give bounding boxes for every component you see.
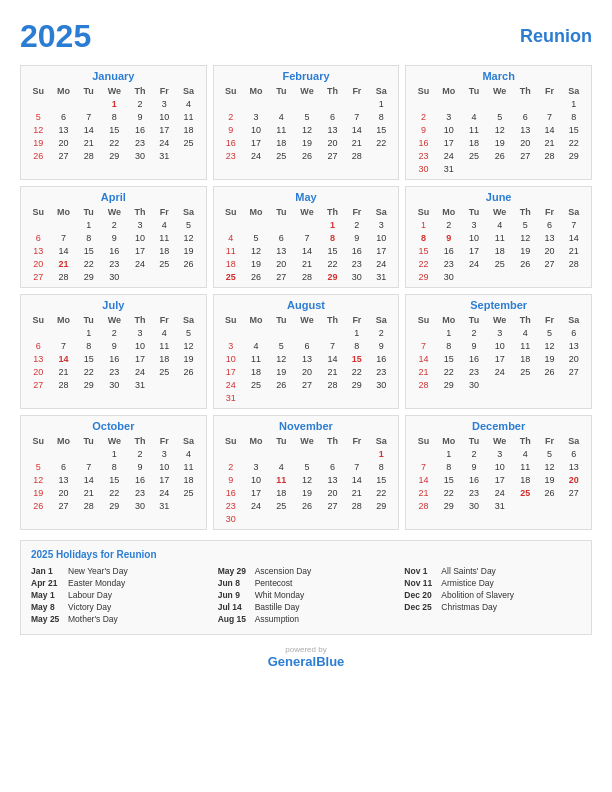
day-header: Su (411, 85, 435, 97)
cal-day: 11 (513, 339, 537, 352)
cal-day: 13 (513, 123, 537, 136)
holiday-date: Nov 1 (404, 566, 436, 576)
cal-day (462, 162, 486, 175)
cal-day: 7 (562, 218, 586, 231)
holiday-item: Apr 21Easter Monday (31, 578, 208, 588)
holiday-item: Aug 15Assumption (218, 614, 395, 624)
cal-day: 26 (513, 257, 537, 270)
cal-day: 18 (462, 136, 486, 149)
cal-day: 13 (562, 460, 586, 473)
month-block: MarchSuMoTuWeThFrSa123456789101112131415… (405, 65, 592, 180)
day-header: Th (513, 206, 537, 218)
cal-day: 9 (369, 339, 393, 352)
cal-day: 12 (486, 123, 513, 136)
cal-day: 5 (293, 110, 320, 123)
cal-day: 23 (436, 257, 462, 270)
cal-day: 13 (293, 352, 320, 365)
cal-day (152, 378, 176, 391)
cal-day: 7 (293, 231, 320, 244)
cal-day: 12 (293, 473, 320, 486)
cal-day: 18 (176, 473, 200, 486)
holiday-name: Armistice Day (441, 578, 493, 588)
cal-day: 31 (436, 162, 462, 175)
cal-day: 17 (152, 123, 176, 136)
cal-day: 4 (462, 110, 486, 123)
day-header: Mo (436, 85, 462, 97)
day-header: Tu (462, 314, 486, 326)
holiday-item: May 1Labour Day (31, 590, 208, 600)
day-header: Tu (269, 206, 293, 218)
cal-day: 4 (269, 110, 293, 123)
day-header: Tu (269, 314, 293, 326)
cal-day: 15 (345, 352, 369, 365)
holiday-name: Ascension Day (255, 566, 312, 576)
cal-day (462, 270, 486, 283)
cal-day: 14 (411, 473, 435, 486)
cal-day (176, 270, 200, 283)
cal-table: SuMoTuWeThFrSa12345678910111213141516171… (26, 435, 201, 512)
cal-day: 10 (219, 352, 243, 365)
day-header: Su (26, 206, 50, 218)
cal-day: 13 (269, 244, 293, 257)
cal-day: 30 (101, 378, 128, 391)
cal-day: 7 (77, 110, 101, 123)
cal-day: 31 (128, 378, 152, 391)
cal-day: 23 (219, 499, 243, 512)
cal-day: 15 (101, 123, 128, 136)
cal-day: 10 (462, 231, 486, 244)
cal-day: 26 (537, 486, 561, 499)
cal-day: 28 (77, 499, 101, 512)
cal-day (320, 447, 344, 460)
cal-day (293, 97, 320, 110)
day-header: We (293, 314, 320, 326)
brand-blue: Blue (316, 654, 344, 669)
cal-day (345, 447, 369, 460)
day-header: Mo (50, 206, 76, 218)
cal-day: 6 (293, 339, 320, 352)
cal-day: 8 (101, 460, 128, 473)
cal-day: 26 (293, 499, 320, 512)
cal-day: 24 (128, 365, 152, 378)
month-name: March (411, 70, 586, 82)
cal-day: 25 (176, 136, 200, 149)
year-title: 2025 (20, 18, 91, 55)
cal-day: 9 (219, 123, 243, 136)
cal-day: 4 (513, 326, 537, 339)
cal-day: 23 (128, 486, 152, 499)
cal-day: 20 (562, 473, 586, 486)
cal-day (411, 447, 435, 460)
cal-day (345, 391, 369, 404)
cal-table: SuMoTuWeThFrSa12345678910111213141516171… (26, 206, 201, 283)
cal-day: 5 (269, 339, 293, 352)
cal-day: 22 (77, 365, 101, 378)
day-header: Tu (269, 435, 293, 447)
header: 2025 Reunion (20, 18, 592, 55)
cal-day: 19 (243, 257, 269, 270)
cal-day: 4 (152, 326, 176, 339)
day-header: We (293, 85, 320, 97)
cal-day: 29 (101, 499, 128, 512)
cal-day: 19 (176, 352, 200, 365)
cal-day: 24 (219, 378, 243, 391)
cal-day: 19 (293, 486, 320, 499)
cal-day: 26 (26, 149, 50, 162)
day-header: We (101, 85, 128, 97)
cal-day (293, 391, 320, 404)
cal-day: 21 (50, 257, 76, 270)
cal-day: 27 (26, 270, 50, 283)
month-block: DecemberSuMoTuWeThFrSa123456789101112131… (405, 415, 592, 530)
holiday-item: Jan 1New Year's Day (31, 566, 208, 576)
month-name: July (26, 299, 201, 311)
cal-day: 23 (411, 149, 435, 162)
cal-day: 14 (345, 123, 369, 136)
cal-day: 1 (101, 447, 128, 460)
cal-day (219, 97, 243, 110)
cal-day (243, 391, 269, 404)
cal-day: 18 (269, 486, 293, 499)
day-header: Tu (462, 435, 486, 447)
month-block: JulySuMoTuWeThFrSa1234567891011121314151… (20, 294, 207, 409)
cal-day (269, 512, 293, 525)
cal-day: 30 (101, 270, 128, 283)
cal-day: 24 (436, 149, 462, 162)
cal-day (219, 326, 243, 339)
